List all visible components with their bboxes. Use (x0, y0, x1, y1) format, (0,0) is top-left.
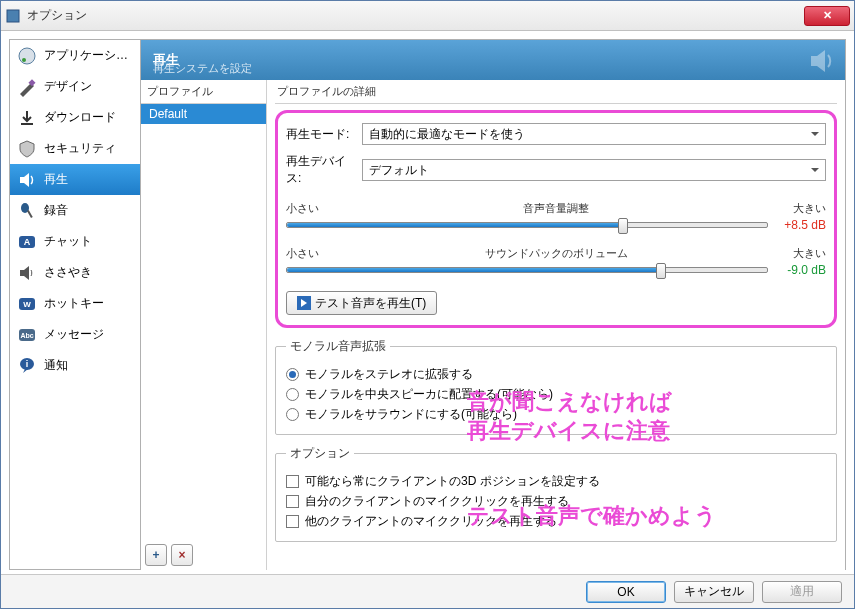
sidebar-item-security[interactable]: セキュリティ (10, 133, 140, 164)
options-window: オプション ✕ アプリケーシ… デザイン ダウンロード セキュリティ 再生 録音… (0, 0, 855, 609)
device-select[interactable]: デフォルト (362, 159, 826, 181)
slider-title: 音声音量調整 (334, 201, 778, 216)
notify-icon: i (16, 355, 38, 377)
titlebar: オプション ✕ (1, 1, 854, 31)
sidebar-item-label: メッセージ (44, 326, 104, 343)
sidebar-item-playback[interactable]: 再生 (10, 164, 140, 195)
chat-icon: A (16, 231, 38, 253)
slider-thumb[interactable] (618, 218, 628, 234)
opt-own-micclick-checkbox[interactable] (286, 495, 299, 508)
play-icon (297, 296, 311, 310)
soundpack-volume-slider-block: 小さい サウンドパックのボリューム 大きい -9.0 dB (286, 246, 826, 277)
device-value: デフォルト (369, 162, 429, 179)
sidebar-item-label: 通知 (44, 357, 68, 374)
soundpack-volume-slider[interactable] (286, 267, 768, 273)
slider-min-label: 小さい (286, 246, 334, 261)
svg-rect-4 (21, 123, 33, 125)
detail-panel: プロファイルの詳細 再生モード: 自動的に最適なモードを使う 再生デバイス: デ… (267, 80, 845, 570)
svg-text:A: A (24, 237, 31, 247)
voice-volume-value: +8.5 dB (776, 218, 826, 232)
shield-icon (16, 138, 38, 160)
hotkey-icon: W (16, 293, 38, 315)
sidebar-item-application[interactable]: アプリケーシ… (10, 40, 140, 71)
sidebar-item-notify[interactable]: i通知 (10, 350, 140, 381)
test-sound-button[interactable]: テスト音声を再生(T) (286, 291, 437, 315)
apply-button[interactable]: 適用 (762, 581, 842, 603)
profile-column-header: プロファイル (141, 80, 266, 103)
sidebar-item-design[interactable]: デザイン (10, 71, 140, 102)
profile-item[interactable]: Default (141, 104, 266, 124)
message-icon: Abc (16, 324, 38, 346)
sidebar-item-label: 再生 (44, 171, 68, 188)
opt-3dpos-checkbox[interactable] (286, 475, 299, 488)
mono-center-radio[interactable] (286, 388, 299, 401)
sidebar-item-label: チャット (44, 233, 92, 250)
mode-label: 再生モード: (286, 126, 356, 143)
svg-rect-0 (7, 10, 19, 22)
sidebar-item-label: 録音 (44, 202, 68, 219)
sidebar-item-hotkey[interactable]: Wホットキー (10, 288, 140, 319)
sidebar-item-label: セキュリティ (44, 140, 116, 157)
device-label: 再生デバイス: (286, 153, 356, 187)
radio-label: モノラルを中央スピーカに配置する(可能なら) (305, 386, 553, 403)
mic-icon (16, 200, 38, 222)
whisper-icon (16, 262, 38, 284)
options-legend: オプション (286, 445, 354, 462)
sidebar-item-label: デザイン (44, 78, 92, 95)
detail-column-header: プロファイルの詳細 (275, 80, 837, 104)
mono-legend: モノラル音声拡張 (286, 338, 390, 355)
dialog-footer: OK キャンセル 適用 (1, 574, 854, 608)
svg-text:W: W (23, 300, 31, 309)
design-icon (16, 76, 38, 98)
download-icon (16, 107, 38, 129)
soundpack-volume-value: -9.0 dB (776, 263, 826, 277)
voice-volume-slider-block: 小さい 音声音量調整 大きい +8.5 dB (286, 201, 826, 232)
section-header: 再生 再生システムを設定 (141, 40, 845, 80)
voice-volume-slider[interactable] (286, 222, 768, 228)
mode-select[interactable]: 自動的に最適なモードを使う (362, 123, 826, 145)
options-group: オプション 可能なら常にクライアントの3D ポジションを設定する 自分のクライア… (275, 445, 837, 542)
category-sidebar: アプリケーシ… デザイン ダウンロード セキュリティ 再生 録音 Aチャット さ… (9, 39, 141, 570)
sidebar-item-download[interactable]: ダウンロード (10, 102, 140, 133)
speaker-large-icon (807, 46, 837, 79)
close-button[interactable]: ✕ (804, 6, 850, 26)
svg-text:i: i (26, 359, 29, 369)
window-title: オプション (27, 7, 804, 24)
app-icon (16, 45, 38, 67)
slider-max-label: 大きい (778, 246, 826, 261)
cancel-button[interactable]: キャンセル (674, 581, 754, 603)
mono-extension-group: モノラル音声拡張 モノラルをステレオに拡張する モノラルを中央スピーカに配置する… (275, 338, 837, 435)
add-profile-button[interactable]: + (145, 544, 167, 566)
svg-text:Abc: Abc (20, 332, 33, 339)
sidebar-item-label: ダウンロード (44, 109, 116, 126)
mono-stereo-radio[interactable] (286, 368, 299, 381)
check-label: 他のクライアントのマイククリックを再生する (305, 513, 557, 530)
opt-other-micclick-checkbox[interactable] (286, 515, 299, 528)
check-label: 自分のクライアントのマイククリックを再生する (305, 493, 569, 510)
slider-thumb[interactable] (656, 263, 666, 279)
slider-min-label: 小さい (286, 201, 334, 216)
section-subtitle: 再生システムを設定 (153, 61, 252, 76)
sidebar-item-whisper[interactable]: ささやき (10, 257, 140, 288)
highlighted-region: 再生モード: 自動的に最適なモードを使う 再生デバイス: デフォルト 小さい 音… (275, 110, 837, 328)
svg-rect-6 (27, 210, 33, 218)
sidebar-item-record[interactable]: 録音 (10, 195, 140, 226)
remove-profile-button[interactable]: × (171, 544, 193, 566)
profile-list[interactable]: Default (141, 103, 266, 540)
sidebar-item-chat[interactable]: Aチャット (10, 226, 140, 257)
profile-column: プロファイル Default + × (141, 80, 267, 570)
check-label: 可能なら常にクライアントの3D ポジションを設定する (305, 473, 600, 490)
speaker-icon (16, 169, 38, 191)
svg-point-2 (22, 58, 26, 62)
svg-point-1 (19, 48, 35, 64)
mode-value: 自動的に最適なモードを使う (369, 126, 525, 143)
sidebar-item-label: ささやき (44, 264, 92, 281)
mono-surround-radio[interactable] (286, 408, 299, 421)
ok-button[interactable]: OK (586, 581, 666, 603)
sidebar-item-message[interactable]: Abcメッセージ (10, 319, 140, 350)
sidebar-item-label: アプリケーシ… (44, 47, 128, 64)
test-sound-label: テスト音声を再生(T) (315, 295, 426, 312)
sidebar-item-label: ホットキー (44, 295, 104, 312)
slider-max-label: 大きい (778, 201, 826, 216)
radio-label: モノラルをステレオに拡張する (305, 366, 473, 383)
